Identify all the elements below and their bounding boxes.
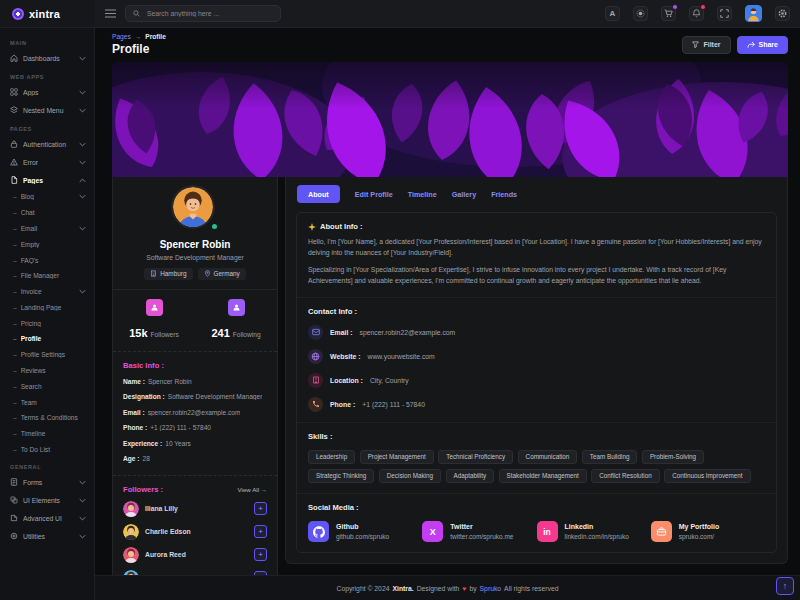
- translate-button[interactable]: A: [605, 6, 620, 21]
- spruko-link[interactable]: Spruko: [480, 585, 502, 592]
- filter-button[interactable]: Filter: [682, 36, 730, 54]
- filter-icon: [692, 41, 699, 48]
- skill-chip[interactable]: Decision Making: [379, 469, 441, 484]
- tab-edit-profile[interactable]: Edit Profile: [355, 190, 393, 199]
- tab-gallery[interactable]: Gallery: [452, 190, 476, 199]
- sidebar-subitem-search[interactable]: –Search: [0, 378, 94, 394]
- sidebar-subitem-file-manager[interactable]: –File Manager: [0, 268, 94, 284]
- brand-logo[interactable]: xintra: [0, 0, 95, 27]
- sidebar-subitem-terms[interactable]: –Terms & Conditions: [0, 410, 94, 426]
- translate-icon: A: [610, 9, 616, 18]
- profile-avatar: [171, 185, 219, 233]
- add-follower-button[interactable]: +: [254, 548, 267, 561]
- skill-chip[interactable]: Project Management: [360, 450, 434, 465]
- skill-chip[interactable]: Conflict Resolution: [591, 469, 660, 484]
- sidebar-subitem-landing-page[interactable]: –Landing Page: [0, 299, 94, 315]
- sidebar-subitem-blog[interactable]: –Blog: [0, 189, 94, 205]
- skill-chip[interactable]: Continuous Improvement: [664, 469, 750, 484]
- profile-cover-image: [112, 62, 788, 177]
- breadcrumb-title-group: Pages → Profile Profile: [112, 33, 166, 56]
- sidebar-item-pages[interactable]: Pages: [0, 171, 94, 189]
- skill-chip[interactable]: Strategic Thinking: [308, 469, 374, 484]
- sidebar-item-dashboards[interactable]: Dashboards: [0, 49, 94, 67]
- skill-chip[interactable]: Leadership: [308, 450, 355, 465]
- sidebar-item-forms[interactable]: Forms: [0, 473, 94, 491]
- sidebar-subitem-invoice[interactable]: –Invoice: [0, 284, 94, 300]
- sidebar-subitem-empty[interactable]: –Empty: [0, 236, 94, 252]
- sidebar-subitem-todo[interactable]: –To Do List: [0, 442, 94, 458]
- social-link-twitter[interactable]: X Twitter twitter.com/spruko.me: [422, 521, 536, 542]
- breadcrumb-current: Profile: [145, 33, 166, 40]
- breadcrumb-pages-link[interactable]: Pages: [112, 33, 131, 40]
- share-button[interactable]: Share: [737, 36, 788, 54]
- sidebar-subitem-reviews[interactable]: –Reviews: [0, 363, 94, 379]
- user-avatar-button[interactable]: [745, 5, 762, 22]
- skill-chip[interactable]: Adaptability: [446, 469, 495, 484]
- basic-info-section: Basic Info : Name :Spencer Robin Designa…: [113, 352, 277, 476]
- bell-icon: [692, 9, 701, 18]
- social-link-linkedin[interactable]: in Linkedin linkedin.com/in/spruko: [537, 521, 651, 542]
- scroll-to-top-button[interactable]: ↑: [776, 577, 794, 595]
- sidebar-subitem-pricing[interactable]: –Pricing: [0, 315, 94, 331]
- hamburger-icon[interactable]: [105, 9, 116, 18]
- sidebar-subitem-timeline[interactable]: –Timeline: [0, 426, 94, 442]
- notifications-button[interactable]: [689, 6, 704, 21]
- following-person-icon: [228, 299, 245, 316]
- social-link-portfolio[interactable]: My Portfolio spruko.com/: [651, 521, 765, 542]
- follower-avatar: [123, 501, 139, 517]
- sidebar-subitem-profile-settings[interactable]: –Profile Settings: [0, 347, 94, 363]
- sidebar-item-nested-menu[interactable]: Nested Menu: [0, 101, 94, 119]
- sidebar-item-ui-elements[interactable]: UI Elements: [0, 491, 94, 509]
- skill-chip[interactable]: Team Building: [582, 450, 638, 465]
- sidebar-item-apps[interactable]: Apps: [0, 83, 94, 101]
- about-paragraph-2: Specializing in [Your Specialization/Are…: [308, 265, 765, 287]
- about-info-title-row: About Info :: [308, 222, 765, 231]
- cart-button[interactable]: [661, 6, 676, 21]
- view-all-link[interactable]: View All →: [238, 486, 267, 493]
- follower-avatar: [123, 547, 139, 563]
- add-follower-button[interactable]: +: [254, 502, 267, 515]
- tab-friends[interactable]: Friends: [491, 190, 517, 199]
- search-icon: [133, 10, 140, 17]
- share-icon: [747, 41, 755, 49]
- info-row-phone: Phone :+1 (222) 111 - 57840: [123, 424, 267, 431]
- info-row-designation: Designation :Software Development Manage…: [123, 393, 267, 400]
- sidebar-item-authentication[interactable]: Authentication: [0, 135, 94, 153]
- sidebar-subitem-faqs[interactable]: –FAQ's: [0, 252, 94, 268]
- chevron-down-icon: [79, 498, 86, 503]
- skills-chips: Leadership Project Management Technical …: [308, 450, 765, 484]
- chevron-down-icon: [79, 289, 86, 294]
- home-icon: [10, 54, 18, 62]
- xintra-app: xintra A: [0, 0, 800, 600]
- sidebar-item-utilities[interactable]: Utilities: [0, 527, 94, 545]
- tab-about[interactable]: About: [297, 185, 340, 203]
- search-input[interactable]: [145, 9, 273, 18]
- about-info-section: About Info : Hello, I'm [Your Name], a d…: [297, 213, 776, 298]
- sidebar-subitem-email[interactable]: –Email: [0, 221, 94, 237]
- form-icon: [10, 478, 18, 486]
- skill-chip[interactable]: Communication: [518, 450, 578, 465]
- sidebar-item-error[interactable]: Error: [0, 153, 94, 171]
- skill-chip[interactable]: Stakeholder Management: [499, 469, 587, 484]
- skill-chip[interactable]: Problem-Solving: [642, 450, 704, 465]
- social-text: Twitter twitter.com/spruko.me: [450, 523, 513, 540]
- contact-row-website: Website : www.yourwebsite.com: [308, 349, 765, 364]
- building-icon: [308, 373, 323, 388]
- tab-timeline[interactable]: Timeline: [408, 190, 437, 199]
- social-link-github[interactable]: Github github.com/spruko: [308, 521, 422, 542]
- page-footer: Copyright © 2024 Xintra. Designed with ♥…: [95, 575, 800, 600]
- skills-title: Skills :: [308, 432, 765, 441]
- settings-button[interactable]: [775, 6, 790, 21]
- sidebar-item-advanced-ui[interactable]: Advanced UI: [0, 509, 94, 527]
- country-badge: Germany: [198, 268, 246, 280]
- phone-icon: [308, 397, 323, 412]
- header-toolbar: A: [95, 0, 800, 27]
- skill-chip[interactable]: Technical Proficiency: [438, 450, 513, 465]
- add-follower-button[interactable]: +: [254, 525, 267, 538]
- search-box[interactable]: [125, 5, 281, 22]
- sidebar-subitem-profile[interactable]: –Profile: [0, 331, 94, 347]
- theme-toggle-button[interactable]: [633, 6, 648, 21]
- sidebar-subitem-chat[interactable]: –Chat: [0, 205, 94, 221]
- fullscreen-button[interactable]: [717, 6, 732, 21]
- sidebar-subitem-team[interactable]: –Team: [0, 394, 94, 410]
